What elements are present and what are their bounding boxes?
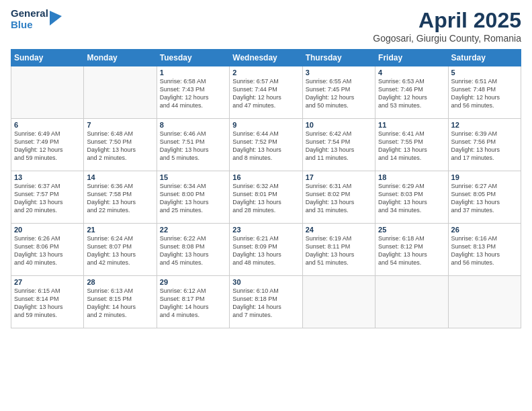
title-block: April 2025 Gogosari, Giurgiu County, Rom… (373, 8, 521, 44)
logo-text: General Blue (11, 8, 48, 30)
table-row: 26Sunrise: 6:16 AM Sunset: 8:13 PM Dayli… (448, 224, 521, 276)
col-thursday: Thursday (302, 50, 375, 66)
table-row (84, 66, 157, 119)
col-saturday: Saturday (448, 50, 521, 66)
day-info: Sunrise: 6:37 AM Sunset: 7:57 PM Dayligh… (14, 182, 81, 215)
day-info: Sunrise: 6:15 AM Sunset: 8:14 PM Dayligh… (14, 287, 81, 320)
table-row: 23Sunrise: 6:21 AM Sunset: 8:09 PM Dayli… (230, 224, 302, 276)
main-title: April 2025 (373, 8, 521, 33)
table-row: 30Sunrise: 6:10 AM Sunset: 8:18 PM Dayli… (230, 276, 302, 328)
table-row (11, 66, 84, 119)
table-row: 5Sunrise: 6:51 AM Sunset: 7:48 PM Daylig… (448, 66, 521, 119)
calendar-week-row: 1Sunrise: 6:58 AM Sunset: 7:43 PM Daylig… (11, 66, 521, 119)
day-info: Sunrise: 6:49 AM Sunset: 7:49 PM Dayligh… (14, 130, 81, 163)
table-row: 4Sunrise: 6:53 AM Sunset: 7:46 PM Daylig… (375, 66, 448, 119)
table-row: 9Sunrise: 6:44 AM Sunset: 7:52 PM Daylig… (230, 119, 302, 171)
day-info: Sunrise: 6:41 AM Sunset: 7:55 PM Dayligh… (378, 130, 445, 163)
table-row: 7Sunrise: 6:48 AM Sunset: 7:50 PM Daylig… (84, 119, 157, 171)
day-number: 6 (14, 121, 81, 129)
table-row: 12Sunrise: 6:39 AM Sunset: 7:56 PM Dayli… (448, 119, 521, 171)
day-number: 28 (87, 278, 153, 286)
day-number: 22 (160, 226, 226, 234)
day-info: Sunrise: 6:27 AM Sunset: 8:05 PM Dayligh… (451, 182, 518, 215)
table-row: 11Sunrise: 6:41 AM Sunset: 7:55 PM Dayli… (375, 119, 448, 171)
day-number: 12 (451, 121, 518, 129)
day-number: 16 (232, 173, 299, 181)
day-number: 11 (378, 121, 445, 129)
day-info: Sunrise: 6:48 AM Sunset: 7:50 PM Dayligh… (87, 130, 153, 163)
day-number: 2 (232, 68, 299, 77)
day-number: 14 (87, 173, 153, 181)
table-row: 21Sunrise: 6:24 AM Sunset: 8:07 PM Dayli… (84, 224, 157, 276)
day-number: 17 (306, 173, 372, 181)
day-info: Sunrise: 6:24 AM Sunset: 8:07 PM Dayligh… (87, 234, 153, 267)
table-row: 16Sunrise: 6:32 AM Sunset: 8:01 PM Dayli… (230, 171, 302, 224)
day-info: Sunrise: 6:44 AM Sunset: 7:52 PM Dayligh… (232, 130, 299, 163)
day-info: Sunrise: 6:16 AM Sunset: 8:13 PM Dayligh… (451, 234, 518, 267)
day-info: Sunrise: 6:58 AM Sunset: 7:43 PM Dayligh… (160, 77, 226, 110)
day-info: Sunrise: 6:39 AM Sunset: 7:56 PM Dayligh… (451, 130, 518, 163)
day-number: 19 (451, 173, 518, 181)
day-number: 26 (451, 226, 518, 234)
svg-marker-0 (50, 11, 62, 26)
day-info: Sunrise: 6:22 AM Sunset: 8:08 PM Dayligh… (160, 234, 226, 267)
table-row: 29Sunrise: 6:12 AM Sunset: 8:17 PM Dayli… (157, 276, 229, 328)
day-number: 24 (306, 226, 372, 234)
table-row: 1Sunrise: 6:58 AM Sunset: 7:43 PM Daylig… (157, 66, 229, 119)
day-number: 10 (306, 121, 372, 129)
day-info: Sunrise: 6:18 AM Sunset: 8:12 PM Dayligh… (378, 234, 445, 267)
day-number: 20 (14, 226, 81, 234)
calendar-week-row: 20Sunrise: 6:26 AM Sunset: 8:06 PM Dayli… (11, 224, 521, 276)
day-number: 21 (87, 226, 153, 234)
col-sunday: Sunday (11, 50, 84, 66)
table-row: 24Sunrise: 6:19 AM Sunset: 8:11 PM Dayli… (302, 224, 375, 276)
day-number: 23 (232, 226, 299, 234)
col-monday: Monday (84, 50, 157, 66)
day-number: 7 (87, 121, 153, 129)
day-info: Sunrise: 6:57 AM Sunset: 7:44 PM Dayligh… (232, 77, 299, 110)
col-tuesday: Tuesday (157, 50, 229, 66)
calendar-week-row: 6Sunrise: 6:49 AM Sunset: 7:49 PM Daylig… (11, 119, 521, 171)
day-number: 4 (378, 68, 445, 77)
day-number: 13 (14, 173, 81, 181)
day-number: 1 (160, 68, 226, 77)
day-info: Sunrise: 6:12 AM Sunset: 8:17 PM Dayligh… (160, 287, 226, 320)
table-row: 20Sunrise: 6:26 AM Sunset: 8:06 PM Dayli… (11, 224, 84, 276)
day-info: Sunrise: 6:53 AM Sunset: 7:46 PM Dayligh… (378, 77, 445, 110)
day-info: Sunrise: 6:31 AM Sunset: 8:02 PM Dayligh… (306, 182, 372, 215)
header: General Blue April 2025 Gogosari, Giurgi… (11, 8, 521, 44)
day-info: Sunrise: 6:26 AM Sunset: 8:06 PM Dayligh… (14, 234, 81, 267)
day-number: 27 (14, 278, 81, 286)
day-info: Sunrise: 6:55 AM Sunset: 7:45 PM Dayligh… (306, 77, 372, 110)
table-row (302, 276, 375, 328)
calendar-week-row: 13Sunrise: 6:37 AM Sunset: 7:57 PM Dayli… (11, 171, 521, 224)
table-row: 14Sunrise: 6:36 AM Sunset: 7:58 PM Dayli… (84, 171, 157, 224)
table-row: 8Sunrise: 6:46 AM Sunset: 7:51 PM Daylig… (157, 119, 229, 171)
table-row: 15Sunrise: 6:34 AM Sunset: 8:00 PM Dayli… (157, 171, 229, 224)
page: General Blue April 2025 Gogosari, Giurgi… (0, 0, 532, 411)
col-friday: Friday (375, 50, 448, 66)
day-info: Sunrise: 6:29 AM Sunset: 8:03 PM Dayligh… (378, 182, 445, 215)
day-number: 9 (232, 121, 299, 129)
table-row: 3Sunrise: 6:55 AM Sunset: 7:45 PM Daylig… (302, 66, 375, 119)
day-number: 29 (160, 278, 226, 286)
calendar-table: Sunday Monday Tuesday Wednesday Thursday… (11, 49, 521, 328)
table-row: 13Sunrise: 6:37 AM Sunset: 7:57 PM Dayli… (11, 171, 84, 224)
logo-icon (50, 11, 62, 26)
day-number: 5 (451, 68, 518, 77)
day-number: 15 (160, 173, 226, 181)
logo: General Blue (11, 8, 62, 30)
day-number: 30 (232, 278, 299, 286)
calendar-header-row: Sunday Monday Tuesday Wednesday Thursday… (11, 50, 521, 66)
logo-blue: Blue (11, 19, 48, 31)
table-row: 22Sunrise: 6:22 AM Sunset: 8:08 PM Dayli… (157, 224, 229, 276)
table-row: 25Sunrise: 6:18 AM Sunset: 8:12 PM Dayli… (375, 224, 448, 276)
subtitle: Gogosari, Giurgiu County, Romania (373, 33, 521, 44)
day-info: Sunrise: 6:36 AM Sunset: 7:58 PM Dayligh… (87, 182, 153, 215)
day-number: 25 (378, 226, 445, 234)
day-info: Sunrise: 6:46 AM Sunset: 7:51 PM Dayligh… (160, 130, 226, 163)
table-row (375, 276, 448, 328)
day-info: Sunrise: 6:13 AM Sunset: 8:15 PM Dayligh… (87, 287, 153, 320)
day-info: Sunrise: 6:34 AM Sunset: 8:00 PM Dayligh… (160, 182, 226, 215)
day-info: Sunrise: 6:42 AM Sunset: 7:54 PM Dayligh… (306, 130, 372, 163)
